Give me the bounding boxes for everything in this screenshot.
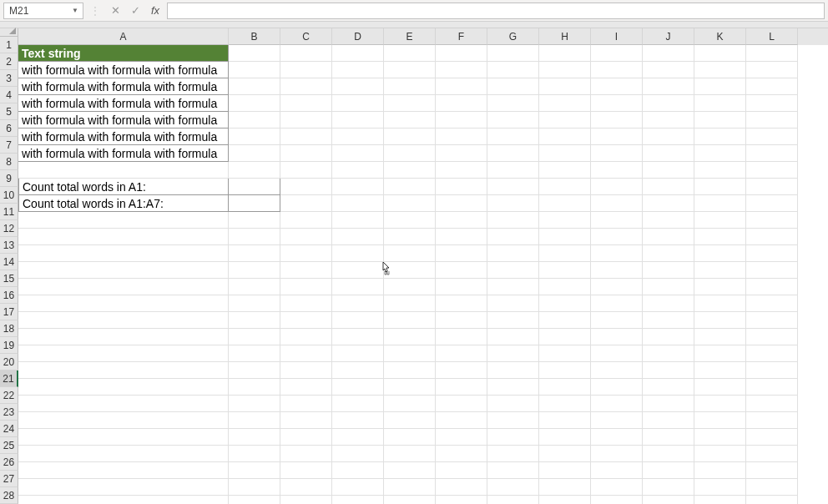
cell-H4[interactable] <box>539 95 591 112</box>
cell-K23[interactable] <box>694 412 746 429</box>
cell-H13[interactable] <box>539 245 591 262</box>
cell-F27[interactable] <box>436 479 487 496</box>
cell-I22[interactable] <box>591 396 643 412</box>
cell-J23[interactable] <box>643 412 694 429</box>
cell-H15[interactable] <box>539 279 591 295</box>
cell-H6[interactable] <box>539 129 591 145</box>
cell-B12[interactable] <box>229 229 280 245</box>
cell-B14[interactable] <box>229 262 280 279</box>
cell-D20[interactable] <box>332 362 384 379</box>
cell-B27[interactable] <box>229 479 280 496</box>
cell-B7[interactable] <box>229 145 280 162</box>
cell-L27[interactable] <box>746 479 798 496</box>
cell-F20[interactable] <box>436 362 487 379</box>
cell-C8[interactable] <box>280 162 332 179</box>
cell-F4[interactable] <box>436 95 487 112</box>
column-header-C[interactable]: C <box>280 28 332 45</box>
cell-D14[interactable] <box>332 262 384 279</box>
cell-K12[interactable] <box>694 229 746 245</box>
cell-K9[interactable] <box>694 179 746 195</box>
cell-E19[interactable] <box>384 345 436 362</box>
row-header-25[interactable]: 25 <box>0 437 18 454</box>
cell-B13[interactable] <box>229 245 280 262</box>
cell-J15[interactable] <box>643 279 694 295</box>
cell-I23[interactable] <box>591 412 643 429</box>
row-header-23[interactable]: 23 <box>0 404 18 421</box>
cell-G13[interactable] <box>487 245 539 262</box>
cell-H2[interactable] <box>539 62 591 78</box>
cell-H11[interactable] <box>539 212 591 229</box>
cell-G8[interactable] <box>487 162 539 179</box>
cell-E7[interactable] <box>384 145 436 162</box>
cell-E10[interactable] <box>384 195 436 212</box>
cell-C13[interactable] <box>280 245 332 262</box>
cell-B11[interactable] <box>229 212 280 229</box>
cell-G15[interactable] <box>487 279 539 295</box>
row-header-19[interactable]: 19 <box>0 337 18 354</box>
column-header-I[interactable]: I <box>591 28 643 45</box>
cell-G10[interactable] <box>487 195 539 212</box>
cell-A5[interactable]: with formula with formula with formula <box>18 112 229 129</box>
cell-B16[interactable] <box>229 295 280 312</box>
cell-G25[interactable] <box>487 446 539 462</box>
cell-I1[interactable] <box>591 45 643 62</box>
cancel-icon[interactable]: ✕ <box>107 3 124 19</box>
cell-L6[interactable] <box>746 129 798 145</box>
cell-I12[interactable] <box>591 229 643 245</box>
row-header-27[interactable]: 27 <box>0 471 18 487</box>
cell-F10[interactable] <box>436 195 487 212</box>
cell-D22[interactable] <box>332 396 384 412</box>
cell-E18[interactable] <box>384 329 436 345</box>
cell-I19[interactable] <box>591 345 643 362</box>
cell-A12[interactable] <box>18 229 229 245</box>
cell-C6[interactable] <box>280 129 332 145</box>
cell-G26[interactable] <box>487 462 539 479</box>
cell-I11[interactable] <box>591 212 643 229</box>
cell-J18[interactable] <box>643 329 694 345</box>
cell-F14[interactable] <box>436 262 487 279</box>
cell-E26[interactable] <box>384 462 436 479</box>
cell-G12[interactable] <box>487 229 539 245</box>
cell-A16[interactable] <box>18 295 229 312</box>
cell-K4[interactable] <box>694 95 746 112</box>
cell-B24[interactable] <box>229 429 280 446</box>
cell-E8[interactable] <box>384 162 436 179</box>
cell-D1[interactable] <box>332 45 384 62</box>
cell-A14[interactable] <box>18 262 229 279</box>
cell-K10[interactable] <box>694 195 746 212</box>
column-header-A[interactable]: A <box>18 28 229 45</box>
cell-D24[interactable] <box>332 429 384 446</box>
cell-G28[interactable] <box>487 496 539 504</box>
cell-L16[interactable] <box>746 295 798 312</box>
cell-B6[interactable] <box>229 129 280 145</box>
cell-E27[interactable] <box>384 479 436 496</box>
cell-L11[interactable] <box>746 212 798 229</box>
cell-G3[interactable] <box>487 78 539 95</box>
cell-L5[interactable] <box>746 112 798 129</box>
cell-A2[interactable]: with formula with formula with formula <box>18 62 229 78</box>
cell-F16[interactable] <box>436 295 487 312</box>
cell-L8[interactable] <box>746 162 798 179</box>
cell-A17[interactable] <box>18 312 229 329</box>
row-header-5[interactable]: 5 <box>0 103 18 120</box>
fx-icon[interactable]: fx <box>147 4 164 17</box>
cell-J11[interactable] <box>643 212 694 229</box>
cell-E5[interactable] <box>384 112 436 129</box>
cell-E1[interactable] <box>384 45 436 62</box>
cell-J2[interactable] <box>643 62 694 78</box>
confirm-icon[interactable]: ✓ <box>127 3 144 19</box>
cell-I3[interactable] <box>591 78 643 95</box>
cell-G16[interactable] <box>487 295 539 312</box>
cell-K14[interactable] <box>694 262 746 279</box>
cell-E12[interactable] <box>384 229 436 245</box>
cell-A8[interactable] <box>18 162 229 179</box>
cell-C5[interactable] <box>280 112 332 129</box>
cell-G20[interactable] <box>487 362 539 379</box>
cell-H28[interactable] <box>539 496 591 504</box>
cell-H3[interactable] <box>539 78 591 95</box>
row-header-24[interactable]: 24 <box>0 421 18 437</box>
row-header-20[interactable]: 20 <box>0 354 18 370</box>
cell-L10[interactable] <box>746 195 798 212</box>
cell-A28[interactable] <box>18 496 229 504</box>
cell-D16[interactable] <box>332 295 384 312</box>
